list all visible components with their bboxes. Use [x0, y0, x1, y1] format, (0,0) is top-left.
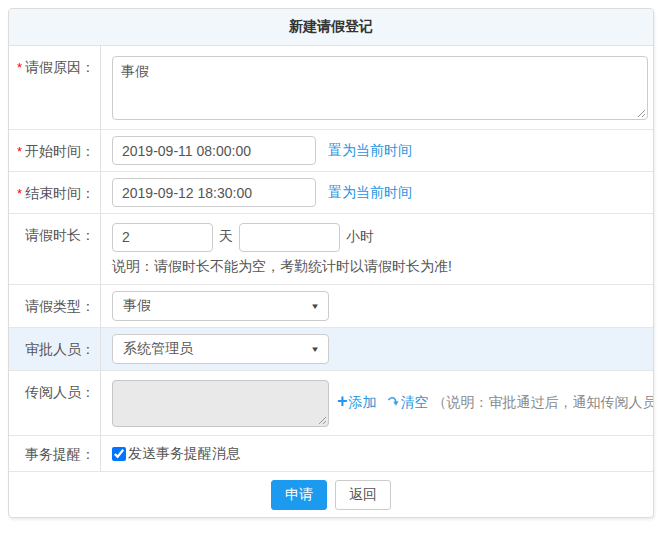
row-task-reminder: 事务提醒： 发送事务提醒消息 [9, 436, 653, 472]
back-button[interactable]: 返回 [335, 480, 391, 510]
end-time-input[interactable] [112, 178, 316, 207]
row-leave-duration: 请假时长： 天 小时 说明：请假时长不能为空，考勤统计时以请假时长为准! [9, 214, 653, 285]
required-asterisk-icon: * [17, 60, 22, 75]
start-time-label: *开始时间： [9, 130, 101, 171]
leave-duration-label: 请假时长： [9, 214, 101, 284]
approver-label: 审批人员： [9, 328, 101, 370]
days-unit-label: 天 [219, 228, 233, 246]
chevron-down-icon: ▼ [310, 345, 320, 354]
cc-note: （说明：审批通过后，通知传阅人员。） [433, 394, 654, 412]
chevron-down-icon: ▼ [310, 302, 320, 311]
resize-handle-icon[interactable] [317, 415, 327, 425]
set-current-time-link-end[interactable]: 置为当前时间 [328, 184, 412, 202]
row-leave-type: 请假类型： 事假 ▼ [9, 285, 653, 328]
row-leave-reason: *请假原因： 事假 [9, 46, 653, 130]
clear-cc-link[interactable]: 清空 [387, 394, 429, 412]
required-asterisk-icon: * [17, 186, 22, 201]
add-cc-link[interactable]: +添加 [337, 394, 377, 412]
required-asterisk-icon: * [17, 144, 22, 159]
approver-selected-value: 系统管理员 [123, 340, 193, 358]
set-current-time-link-start[interactable]: 置为当前时间 [328, 142, 412, 160]
leave-reason-textarea[interactable]: 事假 [112, 56, 648, 120]
cc-personnel-label: 传阅人员： [9, 371, 101, 435]
duration-hours-input[interactable] [239, 223, 340, 252]
send-reminder-checkbox[interactable] [112, 447, 126, 461]
hours-unit-label: 小时 [346, 228, 374, 246]
duration-days-input[interactable] [112, 223, 213, 252]
resize-handle-icon[interactable] [636, 108, 646, 118]
plus-icon: + [337, 392, 348, 410]
leave-reason-label: *请假原因： [9, 46, 101, 129]
send-reminder-checkbox-label: 发送事务提醒消息 [128, 445, 240, 463]
leave-type-label: 请假类型： [9, 285, 101, 327]
row-approver: 审批人员： 系统管理员 ▼ [9, 328, 653, 371]
clear-arrow-icon [387, 395, 400, 408]
submit-button[interactable]: 申请 [271, 480, 327, 510]
approver-select[interactable]: 系统管理员 ▼ [112, 334, 329, 364]
leave-request-form-card: 新建请假登记 *请假原因： 事假 *开始时间： 置为当前时间 *结束时间： 置为… [8, 8, 654, 518]
leave-type-selected-value: 事假 [123, 297, 151, 315]
row-start-time: *开始时间： 置为当前时间 [9, 130, 653, 172]
form-button-row: 申请 返回 [9, 472, 653, 517]
start-time-input[interactable] [112, 136, 316, 165]
leave-type-select[interactable]: 事假 ▼ [112, 291, 329, 321]
end-time-label: *结束时间： [9, 172, 101, 213]
duration-note: 说明：请假时长不能为空，考勤统计时以请假时长为准! [112, 258, 452, 276]
row-cc-personnel: 传阅人员： +添加 清空 （说明：审批通过后，通知传阅人员。） [9, 371, 653, 436]
cc-personnel-textarea [112, 380, 329, 427]
form-title: 新建请假登记 [9, 9, 653, 46]
task-reminder-label: 事务提醒： [9, 436, 101, 471]
row-end-time: *结束时间： 置为当前时间 [9, 172, 653, 214]
